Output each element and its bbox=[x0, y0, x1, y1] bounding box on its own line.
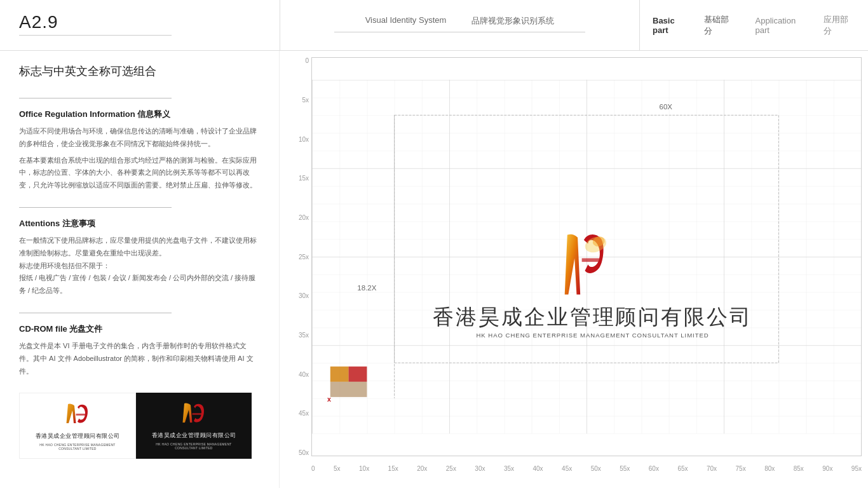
logo-white-en: HK HAO CHENG ENTERPRISE MANAGEMENT CONSU… bbox=[30, 443, 125, 451]
office-body2: 在基本要素组合系统中出现的组合形式均经过严格的测算与检验。在实际应用中，标志的位… bbox=[19, 154, 260, 192]
header-divider bbox=[19, 35, 172, 36]
page-number: A2.9 bbox=[19, 12, 261, 32]
cdrom-section: CD-ROM file 光盘文件 光盘文件是本 VI 手册电子文件的集合，内含手… bbox=[19, 323, 260, 377]
office-body1: 为适应不同使用场合与环境，确保信息传达的清晰与准确，特设计了企业品牌的多种组合，… bbox=[19, 125, 260, 151]
visual-identity-cn: 品牌视觉形象识别系统 bbox=[471, 15, 554, 27]
section-divider bbox=[19, 98, 172, 98]
svg-text:香港昊成企业管理顾问有限公司: 香港昊成企业管理顾问有限公司 bbox=[433, 305, 752, 329]
logo-white-cn: 香港昊成企业管理顾问有限公司 bbox=[36, 432, 120, 440]
svg-text:HK HAO CHENG ENTERPRISE MANAGE: HK HAO CHENG ENTERPRISE MANAGEMENT CONSU… bbox=[476, 332, 709, 339]
right-panel: 50x 45x 40x 35x 30x 25x 20x 15x 10x 5x 0 bbox=[280, 51, 868, 488]
header-left: A2.9 bbox=[0, 0, 280, 51]
attentions-divider bbox=[19, 207, 172, 208]
section-title: 标志与中英文全称可选组合 bbox=[19, 64, 260, 85]
logo-symbol-white bbox=[62, 401, 93, 430]
svg-text:18.2X: 18.2X bbox=[357, 284, 376, 292]
grid-svg: 60X 18.2X x 香港昊成企业管理顾问有限公司 HK HAO CHENG … bbox=[312, 58, 861, 456]
cdrom-divider bbox=[19, 313, 172, 313]
svg-rect-10 bbox=[330, 382, 367, 397]
header: A2.9 Visual Identity System 品牌视觉形象识别系统 B… bbox=[0, 0, 868, 51]
logo-symbol-black bbox=[178, 400, 210, 429]
application-part-en: Application part bbox=[756, 16, 811, 35]
application-part-cn: 应用部分 bbox=[824, 14, 855, 37]
header-center: Visual Identity System 品牌视觉形象识别系统 bbox=[280, 0, 639, 50]
svg-rect-9 bbox=[349, 367, 367, 382]
logo-white: 香港昊成企业管理顾问有限公司 HK HAO CHENG ENTERPRISE M… bbox=[19, 393, 136, 459]
bottom-logos: 香港昊成企业管理顾问有限公司 HK HAO CHENG ENTERPRISE M… bbox=[19, 393, 260, 459]
logo-black: 香港昊成企业管理顾问有限公司 HK HAO CHENG ENTERPRISE M… bbox=[136, 393, 252, 459]
x-axis: 0 5x 10x 15x 20x 25x 30x 35x 40x 45x 50x… bbox=[311, 463, 862, 482]
left-panel: 标志与中英文全称可选组合 Office Regulation Informati… bbox=[0, 51, 280, 488]
attentions-title: Attentions 注意事项 bbox=[19, 218, 260, 229]
svg-rect-8 bbox=[330, 367, 349, 382]
office-title: Office Regulation Information 信息释义 bbox=[19, 109, 260, 120]
logo-black-cn: 香港昊成企业管理顾问有限公司 bbox=[152, 431, 236, 440]
logo-black-en: HK HAO CHENG ENTERPRISE MANAGEMENT CONSU… bbox=[146, 442, 241, 450]
office-section: Office Regulation Information 信息释义 为适应不同… bbox=[19, 109, 260, 192]
attentions-body: 在一般情况下使用品牌标志，应尽量使用提供的光盘电子文件，不建议使用标准制图绘制标… bbox=[19, 234, 260, 297]
header-right: Basic part 基础部分 Application part 应用部分 bbox=[639, 0, 868, 50]
visual-identity-en: Visual Identity System bbox=[365, 15, 447, 27]
grid-area: 60X 18.2X x 香港昊成企业管理顾问有限公司 HK HAO CHENG … bbox=[311, 57, 862, 456]
cdrom-title: CD-ROM file 光盘文件 bbox=[19, 323, 260, 335]
y-axis: 50x 45x 40x 35x 30x 25x 20x 15x 10x 5x 0 bbox=[286, 57, 311, 456]
basic-part-cn: 基础部分 bbox=[704, 14, 736, 37]
header-center-line bbox=[334, 32, 586, 32]
svg-text:60X: 60X bbox=[660, 103, 673, 111]
basic-part-en: Basic part bbox=[653, 16, 691, 35]
cdrom-body: 光盘文件是本 VI 手册电子文件的集合，内含手册制作时的专用软件格式文件。其中 … bbox=[19, 340, 260, 377]
header-center-titles: Visual Identity System 品牌视觉形象识别系统 bbox=[365, 15, 555, 27]
main-content: 标志与中英文全称可选组合 Office Regulation Informati… bbox=[0, 51, 868, 488]
attentions-section: Attentions 注意事项 在一般情况下使用品牌标志，应尽量使用提供的光盘电… bbox=[19, 218, 260, 297]
